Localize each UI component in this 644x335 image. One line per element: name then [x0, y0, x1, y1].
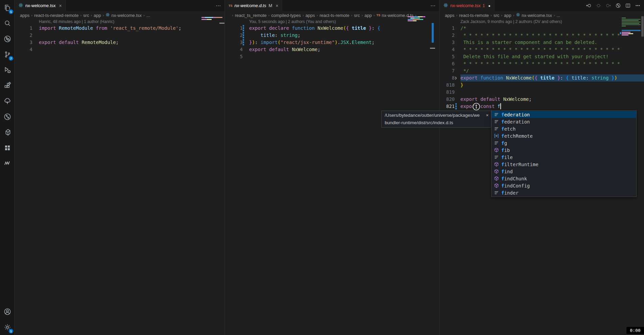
code-area[interactable]: 1export declare function NxWelcome({ tit… — [225, 25, 439, 60]
code-line[interactable]: 5 — [225, 53, 439, 60]
circle-commit-graph-icon[interactable] — [0, 109, 15, 125]
minimap-left[interactable] — [201, 17, 222, 18]
code-text[interactable]: export default NxWelcome; — [249, 46, 439, 53]
run-debug-icon[interactable] — [0, 62, 15, 78]
code-text[interactable]: export const f — [460, 103, 644, 110]
code-text[interactable]: * * * * * * * * * * * * * * * * * * * * … — [460, 60, 644, 67]
breadcrumb-item[interactable]: ... — [556, 13, 560, 18]
code-line[interactable]: 4 * * * * * * * * * * * * * * * * * * * … — [439, 46, 644, 53]
minimap-right[interactable] — [622, 18, 626, 18]
suggestion-item[interactable]: fetchRemote — [492, 132, 636, 139]
close-icon[interactable]: × — [59, 3, 62, 8]
code-line[interactable]: 6 * * * * * * * * * * * * * * * * * * * … — [439, 60, 644, 67]
suggestion-item[interactable]: find — [492, 168, 636, 175]
file-history-icon[interactable] — [615, 3, 621, 8]
breadcrumb-item[interactable]: react-ts-nested-remote — [34, 13, 79, 18]
code-line[interactable]: 1/* — [439, 25, 644, 32]
code-text[interactable] — [39, 46, 224, 53]
code-text[interactable] — [460, 89, 644, 96]
breadcrumb-item[interactable]: react-ts-remote — [459, 13, 489, 18]
extensions-icon[interactable] — [0, 78, 15, 93]
suggestion-item[interactable]: federation — [492, 118, 636, 125]
code-text[interactable] — [249, 53, 439, 60]
close-icon[interactable]: × — [276, 3, 278, 8]
code-area[interactable]: 1/*2 * * * * * * * * * * * * * * * * * *… — [439, 25, 644, 110]
breadcrumb-item[interactable]: compiled-types — [271, 13, 301, 18]
grid-squares-icon[interactable] — [0, 140, 15, 156]
breadcrumb-item[interactable]: app — [504, 13, 511, 18]
editor[interactable]: Hanric, 48 minutes ago | 1 author (Hanri… — [15, 19, 224, 53]
editor[interactable]: Zack Jackson, 9 months ago | 2 authors (… — [439, 19, 644, 110]
source-control-icon[interactable]: 7 — [0, 47, 15, 62]
code-line[interactable]: 3 This is a starter component and can be… — [439, 39, 644, 46]
breadcrumb-item[interactable]: react-ts-remote — [319, 13, 349, 18]
circle-branch-at-icon[interactable] — [0, 31, 15, 47]
suggestion-item[interactable]: finder — [492, 189, 636, 196]
breadcrumb-item[interactable]: src — [494, 13, 499, 18]
code-area[interactable]: 1import RemoteModule from 'react_ts_remo… — [15, 25, 224, 53]
suggestion-item[interactable]: fetch — [492, 125, 636, 132]
code-text[interactable]: export default NxWelcome; — [460, 96, 644, 103]
code-line[interactable]: 4 — [15, 46, 224, 53]
breadcrumb-item[interactable]: apps — [445, 13, 454, 18]
breadcrumb-item[interactable]: ... — [146, 13, 150, 18]
code-text[interactable]: * * * * * * * * * * * * * * * * * * * * … — [460, 46, 644, 53]
next-change-icon[interactable] — [605, 3, 611, 8]
dirty-dot-icon[interactable]: ● — [488, 4, 491, 8]
code-line[interactable]: 820export default NxWelcome; — [439, 96, 644, 103]
breadcrumb-item[interactable]: react_ts_remote — [235, 13, 267, 18]
breadcrumb-item[interactable]: apps — [305, 13, 315, 18]
suggestion-item[interactable]: file — [492, 154, 636, 161]
split-editor-icon[interactable] — [625, 3, 631, 8]
compare-icon[interactable] — [596, 3, 601, 8]
breadcrumb-item[interactable]: app — [364, 13, 372, 18]
code-line[interactable]: 7 */ — [439, 67, 644, 74]
minimap-middle[interactable] — [408, 16, 425, 17]
more-actions-icon[interactable]: ⋯ — [430, 3, 436, 9]
suggestion-item[interactable]: filterRuntime — [492, 161, 636, 168]
more-actions-icon[interactable] — [635, 3, 641, 8]
code-line[interactable]: 1import RemoteModule from 'react_ts_remo… — [15, 25, 224, 32]
scrollbar-right[interactable] — [641, 16, 644, 37]
prev-change-icon[interactable] — [586, 3, 592, 8]
code-text[interactable]: export default RemoteModule; — [39, 39, 224, 46]
editor[interactable]: You, 5 seconds ago | 2 authors (You and … — [225, 19, 439, 60]
code-text[interactable]: */ — [460, 67, 644, 74]
breadcrumb-item[interactable]: nx-welcome.tsx — [516, 13, 552, 18]
code-line[interactable]: 8❯export function NxWelcome({ title }: {… — [439, 74, 644, 82]
accounts-icon[interactable] — [0, 304, 15, 319]
code-text[interactable]: * * * * * * * * * * * * * * * * * * * * … — [460, 32, 644, 39]
suggestion-item[interactable]: findConfig — [492, 182, 636, 189]
code-line[interactable]: 2 * * * * * * * * * * * * * * * * * * * … — [439, 32, 644, 39]
code-text[interactable]: Delete this file and get started with yo… — [460, 53, 644, 60]
code-line[interactable]: 819 — [439, 89, 644, 96]
breadcrumb-item[interactable]: src — [83, 13, 89, 18]
tab-nx-welcome-tsx[interactable]: nx-welcome.tsx × — [15, 0, 66, 11]
code-line[interactable]: 5 Delete this file and get started with … — [439, 53, 644, 60]
code-text[interactable]: This is a starter component and can be d… — [460, 39, 644, 46]
code-line[interactable]: 818} — [439, 82, 644, 89]
code-line[interactable]: 3}): import("react/jsx-runtime").JSX.Ele… — [225, 39, 439, 46]
tab-nx-welcome-dts[interactable]: TS nx-welcome.d.ts M × — [225, 0, 282, 11]
code-text[interactable]: import RemoteModule from 'react_ts_remot… — [39, 25, 224, 32]
suggestion-item[interactable]: federation — [492, 111, 636, 118]
code-text[interactable]: /* — [460, 25, 644, 32]
hexagon-box-icon[interactable] — [0, 125, 15, 140]
code-text[interactable]: } — [460, 82, 644, 89]
tree-check-icon[interactable] — [0, 93, 15, 109]
tab-nx-welcome-tsx-remote[interactable]: nx-welcome.tsx 1 ● — [439, 0, 495, 11]
suggestion-item[interactable]: findChunk — [492, 175, 636, 182]
suggestion-item[interactable]: fg — [492, 139, 636, 147]
code-line[interactable]: 821export const f — [439, 103, 644, 110]
code-text[interactable] — [39, 32, 224, 39]
fold-chevron-icon[interactable]: ❯ — [455, 74, 457, 82]
breadcrumb-item[interactable]: apps — [20, 13, 29, 18]
settings-icon[interactable]: 1 — [0, 319, 15, 335]
code-text[interactable]: title: string; — [249, 32, 439, 39]
zigzag-icon[interactable] — [0, 156, 15, 171]
more-actions-icon[interactable]: ⋯ — [216, 3, 221, 9]
code-text[interactable]: export declare function NxWelcome({ titl… — [249, 25, 439, 32]
code-text[interactable]: }): import("react/jsx-runtime").JSX.Elem… — [249, 39, 439, 46]
breadcrumb-item[interactable]: src — [354, 13, 360, 18]
code-line[interactable]: 2 title: string; — [225, 32, 439, 39]
